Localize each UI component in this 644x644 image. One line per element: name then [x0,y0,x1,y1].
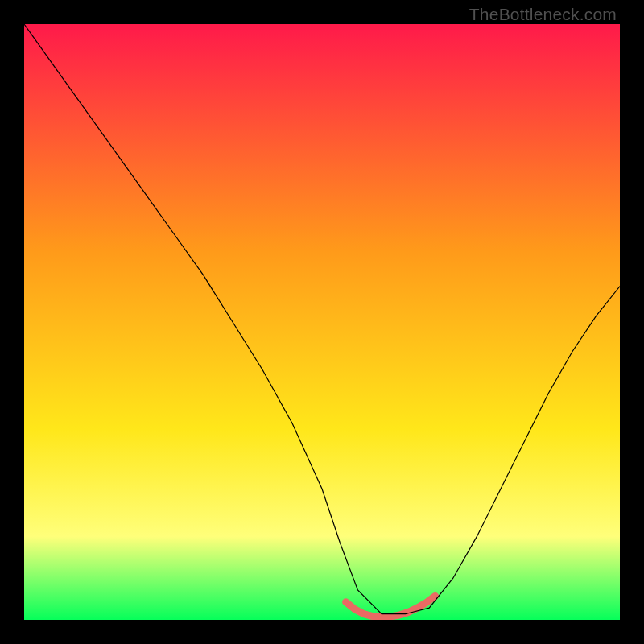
curve-layer [24,24,620,620]
plot-area [24,24,620,620]
bottleneck-curve [24,24,620,614]
chart-frame: TheBottleneck.com [0,0,644,644]
watermark-text: TheBottleneck.com [469,5,617,24]
